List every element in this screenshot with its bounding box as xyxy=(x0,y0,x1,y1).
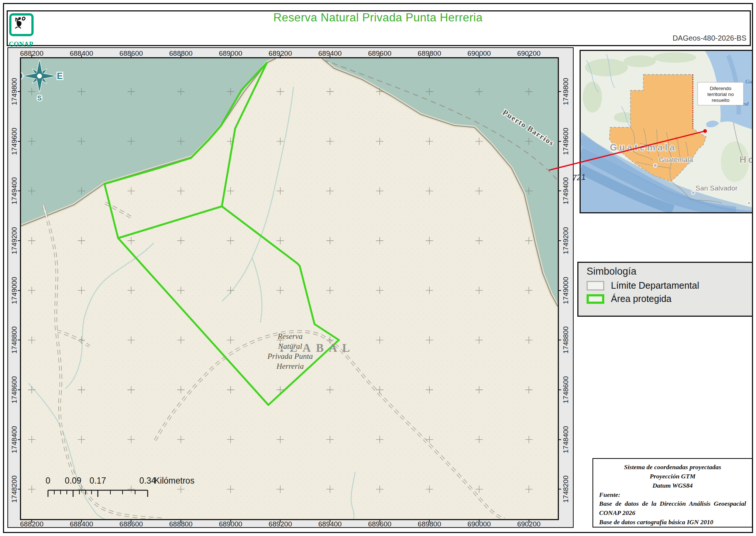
compass-n: N xyxy=(36,58,42,59)
inset-water-label2: Gu xyxy=(745,79,752,85)
main-map: I Z A B A L Reserva Natural Privada Punt… xyxy=(20,57,559,520)
legend-title: Simbología xyxy=(587,266,752,277)
scale-009: 0.09 xyxy=(65,476,82,485)
axis-tick-label: 1748800 xyxy=(10,326,18,354)
axis-tick-label: 1748400 xyxy=(562,426,570,453)
axis-tick-label: 1749800 xyxy=(10,78,18,105)
territorial-note: Diferendo territorial no resuelto xyxy=(698,82,743,105)
axis-tick-label: 1749200 xyxy=(10,227,18,254)
legend-item-protected: Área protegida xyxy=(587,293,752,304)
svg-text:territorial no: territorial no xyxy=(707,92,733,97)
source-line: Base de datos cartografía básica IGN 201… xyxy=(599,518,746,527)
scale-017: 0.17 xyxy=(90,476,106,485)
route-number-label: 721 xyxy=(572,172,586,183)
legend-item-departmental: Límite Departamental xyxy=(587,280,752,291)
inset-honduras-label: Ho xyxy=(739,154,752,165)
page-title: Reserva Natural Privada Punta Herreria xyxy=(0,11,756,24)
scale-unit: Kilómetros xyxy=(154,476,195,485)
crs-line: Sistema de coordenadas proyectadas xyxy=(599,463,746,472)
map-document: CONAP Reserva Natural Privada Punta Herr… xyxy=(0,0,756,536)
reserve-location-dot xyxy=(704,130,707,133)
axis-tick-label: 1749600 xyxy=(562,128,570,155)
compass-e: E xyxy=(57,71,63,81)
axis-tick-label: 1748200 xyxy=(562,475,570,503)
compass-w: O xyxy=(21,71,23,81)
svg-text:Natural: Natural xyxy=(278,342,302,351)
crs-line: Proyección GTM xyxy=(599,472,746,481)
axis-tick-label: 1749000 xyxy=(10,277,18,304)
svg-text:Diferendo: Diferendo xyxy=(710,86,732,91)
scale-034: 0.34 xyxy=(140,476,156,485)
svg-text:resuelto: resuelto xyxy=(712,97,729,103)
axis-tick-label: 1748600 xyxy=(562,376,570,403)
coordinate-system-info: Sistema de coordenadas proyectadas Proye… xyxy=(592,458,753,528)
compass-s: S xyxy=(37,95,42,102)
crs-line: Datum WGS84 xyxy=(599,481,746,490)
inset-country-label: Guatemala xyxy=(610,142,677,152)
scale-0: 0 xyxy=(46,476,51,485)
svg-text:Herreria: Herreria xyxy=(276,362,304,371)
axis-tick-label: 1749000 xyxy=(562,277,570,304)
axis-tick-label: 1749800 xyxy=(562,78,570,105)
source-line: Base de datos de la Dirección Análisis G… xyxy=(599,499,746,518)
axis-tick-label: 1749400 xyxy=(10,177,18,205)
legend-item-label: Área protegida xyxy=(611,293,671,304)
protected-area-swatch xyxy=(587,294,604,304)
axis-tick-label: 1748600 xyxy=(10,376,18,403)
axis-tick-label: 1749600 xyxy=(10,128,18,155)
inset-locator-map: Guatemala Guatemala San Salvador Ho Hond… xyxy=(580,50,753,213)
svg-text:Reserva: Reserva xyxy=(277,332,303,341)
axis-tick-label: 1749400 xyxy=(562,177,570,205)
svg-text:Privada Punta: Privada Punta xyxy=(267,352,313,361)
inset-city2-label: San Salvador xyxy=(695,184,738,192)
departmental-limit-swatch xyxy=(587,281,604,291)
legend: Simbología Límite Departamental Área pro… xyxy=(577,262,753,317)
axis-tick-label: 1748800 xyxy=(562,326,570,354)
document-id: DAGeos-480-2026-BS xyxy=(673,34,746,42)
legend-item-label: Límite Departamental xyxy=(611,280,699,291)
inset-city-label: Guatemala xyxy=(659,156,693,164)
axis-tick-label: 1748200 xyxy=(10,475,18,503)
axis-tick-label: 1748400 xyxy=(10,426,18,453)
axis-tick-label: 1749200 xyxy=(562,227,570,254)
source-label: Fuente: xyxy=(599,490,746,499)
